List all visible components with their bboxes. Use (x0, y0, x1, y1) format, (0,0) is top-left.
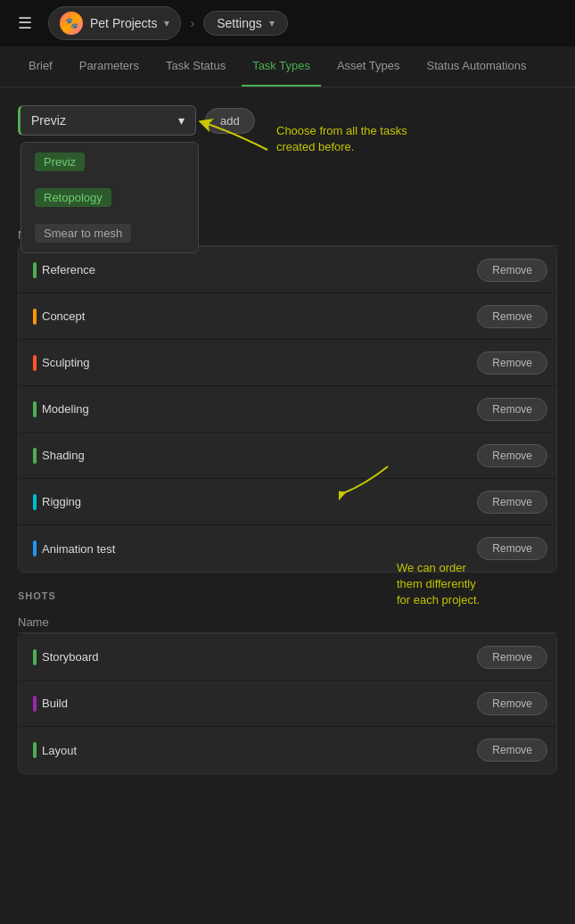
task-tag-modeling: Modeling (28, 398, 98, 421)
dropdown-chevron-icon: ▾ (178, 113, 185, 128)
task-label-rigging: Rigging (42, 495, 81, 508)
tabs-bar: Brief Parameters Task Status Task Types … (0, 46, 575, 87)
color-dot-sculpting (33, 355, 37, 371)
task-label-sculpting: Sculpting (42, 356, 89, 369)
remove-button-build[interactable]: Remove (477, 692, 547, 715)
task-tag-concept: Concept (28, 305, 94, 328)
dropdown-popup: Previz Retopology Smear to mesh (21, 142, 199, 253)
task-tag-layout: Layout (28, 738, 86, 762)
color-dot-shading (33, 448, 37, 464)
task-label-layout: Layout (42, 744, 77, 757)
dropdown-row: Previz ▾ Previz Retopology Smear to mesh… (18, 105, 557, 136)
tab-asset-types[interactable]: Asset Types (326, 46, 411, 87)
task-tag-sculpting: Sculpting (28, 351, 98, 375)
dropdown-item-retopology[interactable]: Retopology (24, 181, 195, 214)
table-row: Rigging Remove (19, 479, 556, 525)
remove-button-animation-test[interactable]: Remove (477, 537, 547, 560)
dropdown-item-previz[interactable]: Previz (24, 145, 195, 178)
remove-button-rigging[interactable]: Remove (477, 491, 547, 514)
task-tag-reference: Reference (28, 259, 104, 282)
topbar: ☰ 🐾 Pet Projects ▾ › Settings ▾ (0, 0, 575, 46)
color-dot-storyboard (33, 649, 37, 665)
tab-brief[interactable]: Brief (18, 46, 63, 87)
settings-chevron-icon: ▾ (269, 17, 275, 29)
remove-button-sculpting[interactable]: Remove (477, 351, 547, 375)
breadcrumb-arrow: › (190, 16, 194, 30)
dropdown-selected: Previz (31, 113, 66, 128)
dropdown-tag-retopology: Retopology (35, 188, 111, 207)
color-dot-animation-test (33, 540, 37, 557)
remove-button-modeling[interactable]: Remove (477, 398, 547, 421)
task-label-shading: Shading (42, 449, 85, 462)
table-row: Layout Remove (19, 727, 556, 773)
project-logo: 🐾 (60, 12, 83, 35)
color-dot-layout (33, 742, 37, 758)
dropdown-item-smear[interactable]: Smear to mesh (24, 217, 195, 250)
name-column-label-shots: Name (18, 608, 557, 633)
main-content: Previz ▾ Previz Retopology Smear to mesh… (0, 87, 575, 792)
table-row: Modeling Remove (19, 386, 556, 433)
project-chevron-icon: ▾ (164, 17, 169, 29)
tab-task-types[interactable]: Task Types (242, 46, 321, 87)
tab-task-status[interactable]: Task Status (155, 46, 236, 87)
asset-tasks-list: Reference Remove Concept Remove Sculptin… (18, 246, 557, 573)
project-selector[interactable]: 🐾 Pet Projects ▾ (48, 6, 181, 40)
task-tag-build: Build (28, 692, 77, 715)
task-label-modeling: Modeling (42, 402, 89, 416)
asset-tasks-section: Name Reference Remove Concept Remove (18, 221, 557, 573)
tab-parameters[interactable]: Parameters (69, 46, 150, 87)
table-row: Storyboard Remove (19, 634, 556, 681)
task-label-storyboard: Storyboard (42, 650, 99, 664)
table-row: Reference Remove (19, 247, 556, 293)
settings-label: Settings (217, 16, 262, 30)
color-dot-reference (33, 262, 37, 278)
table-row: Shading Remove (19, 433, 556, 479)
dropdown-tag-previz: Previz (35, 153, 85, 171)
table-row: Concept Remove (19, 293, 556, 340)
task-label-animation-test: Animation test (42, 542, 115, 556)
task-label-build: Build (42, 697, 68, 710)
remove-button-reference[interactable]: Remove (477, 259, 547, 282)
color-dot-concept (33, 309, 37, 325)
dropdown-section: Previz ▾ Previz Retopology Smear to mesh… (18, 105, 557, 221)
table-row: Sculpting Remove (19, 340, 556, 386)
table-row: Animation test Remove (19, 525, 556, 572)
color-dot-modeling (33, 401, 37, 417)
tab-status-automations[interactable]: Status Automations (416, 46, 538, 87)
remove-button-shading[interactable]: Remove (477, 444, 547, 467)
previz-dropdown[interactable]: Previz ▾ Previz Retopology Smear to mesh (18, 105, 196, 136)
task-tag-shading: Shading (28, 444, 94, 467)
shots-label: SHOTS (18, 590, 557, 601)
hamburger-button[interactable]: ☰ (11, 10, 39, 37)
shot-tasks-list: Storyboard Remove Build Remove Layout Re… (18, 633, 557, 774)
shots-section: SHOTS Name Storyboard Remove Build Remov… (18, 590, 557, 774)
task-tag-storyboard: Storyboard (28, 646, 108, 669)
dropdown-tag-smear: Smear to mesh (35, 224, 131, 243)
task-tag-animation-test: Animation test (28, 537, 124, 560)
remove-button-concept[interactable]: Remove (477, 305, 547, 328)
color-dot-rigging (33, 494, 37, 510)
remove-button-storyboard[interactable]: Remove (477, 646, 547, 669)
project-name: Pet Projects (90, 16, 157, 30)
add-button[interactable]: add (205, 108, 255, 134)
table-row: Build Remove (19, 681, 556, 727)
task-label-concept: Concept (42, 309, 85, 323)
remove-button-layout[interactable]: Remove (477, 738, 547, 762)
settings-selector[interactable]: Settings ▾ (203, 11, 288, 36)
task-label-reference: Reference (42, 263, 95, 276)
color-dot-build (33, 696, 37, 712)
task-tag-rigging: Rigging (28, 491, 90, 514)
